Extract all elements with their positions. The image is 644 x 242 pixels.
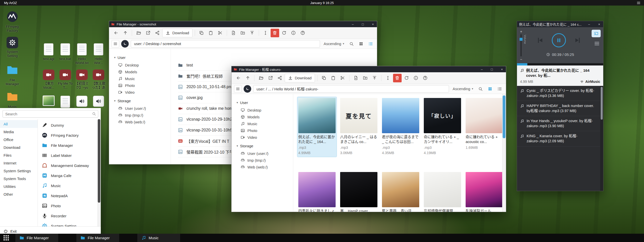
- aroz-brand[interactable]: My ArOZ: [0, 1, 21, 5]
- playlist-item[interactable]: HAPPY BIRTHDAY _ back number cover. by柘榴…: [517, 101, 603, 116]
- sidebar-item[interactable]: Photo: [237, 127, 293, 134]
- playlist-item[interactable]: KING _ Kanaria cover. by 柘榴-zakuro-.mp3 …: [517, 131, 603, 146]
- sidebar-toggle-button[interactable]: [112, 40, 119, 48]
- start-menu-app[interactable]: Manga Cafe: [38, 170, 97, 181]
- rename[interactable]: [261, 29, 270, 37]
- sidebar-item[interactable]: Music: [114, 75, 171, 82]
- breadcrumb[interactable]: user: / Desktop / screenshot: [131, 40, 320, 48]
- trash[interactable]: [393, 74, 402, 82]
- window-titlebar[interactable]: File Manager - 柘榴-zakuro- – □ ×: [232, 66, 506, 72]
- grid-item[interactable]: 例えば、今此処に置かれた花に _ 164... .mp3 4.99MB: [297, 97, 337, 157]
- maximize-button[interactable]: □: [359, 21, 367, 27]
- desktop-file-icon[interactable]: test.bat: [57, 43, 74, 70]
- sidebar-item[interactable]: Video: [114, 89, 171, 96]
- sidebar-item[interactable]: Models: [237, 114, 293, 120]
- start-menu-category[interactable]: Media: [0, 128, 38, 136]
- desktop-file-icon[interactable]: Hello Wor...: [90, 43, 107, 70]
- start-menu-category[interactable]: Files: [0, 151, 38, 159]
- sort-dropdown[interactable]: Ascending▾: [324, 42, 344, 46]
- list-view-button[interactable]: [367, 40, 374, 48]
- scrollbar-thumb[interactable]: [98, 119, 100, 203]
- desktop-app-icon[interactable]: System Setting: [3, 37, 21, 63]
- export[interactable]: [144, 29, 152, 37]
- grid-item[interactable]: 命に嫌われている + acoustic co... 1.69MB: [465, 97, 504, 157]
- start-menu-category[interactable]: System Settings: [0, 167, 38, 175]
- back[interactable]: [234, 74, 243, 82]
- desktop-file-icon[interactable]: 【数え歌った】あめの...: [90, 70, 107, 96]
- start-menu-category[interactable]: Other: [0, 190, 38, 198]
- search-button[interactable]: [348, 40, 355, 48]
- menu-icon[interactable]: [633, 1, 644, 5]
- openfolder[interactable]: [134, 29, 143, 37]
- minimize-button[interactable]: –: [585, 21, 593, 27]
- volume-thumb[interactable]: [520, 38, 523, 41]
- start-menu-app[interactable]: FFmpeg Factory: [38, 130, 97, 140]
- desktop-file-icon[interactable]: 【東方Vocal...: [40, 70, 57, 96]
- openfolder[interactable]: [257, 74, 265, 82]
- minimize-button[interactable]: –: [478, 66, 486, 72]
- sidebar-item[interactable]: tmp (tmp:/): [114, 112, 171, 119]
- start-menu-category[interactable]: Download: [0, 144, 38, 151]
- sidebar-section-user[interactable]: User: [114, 55, 171, 60]
- export[interactable]: [266, 74, 275, 82]
- paste[interactable]: [207, 29, 215, 37]
- sidebar-section-storage[interactable]: Storage: [114, 99, 171, 103]
- grid-item[interactable]: 夏を見て 八月のレイニー _ はるまきごはん co... .mp3 3.06MB: [339, 97, 378, 157]
- search-input[interactable]: [3, 110, 98, 118]
- player-menu-button[interactable]: [594, 41, 600, 46]
- cut[interactable]: [338, 74, 347, 82]
- maximize-button[interactable]: □: [488, 66, 496, 72]
- close-button[interactable]: ×: [595, 21, 603, 27]
- next-track-button[interactable]: [574, 37, 582, 44]
- sidebar-item[interactable]: Models: [114, 68, 171, 75]
- dark-mode-toggle[interactable]: [121, 40, 129, 48]
- start-menu-category[interactable]: Utilities: [0, 183, 38, 190]
- breadcrumb[interactable]: user: / ... / Hello World / 柘榴-zakuro-: [253, 85, 449, 93]
- grid-item[interactable]: 「寂しい」 命に嫌われている + _ カンザキイオリ... .mp3 4.19M…: [423, 97, 462, 157]
- info[interactable]: [289, 29, 298, 37]
- start-button[interactable]: [4, 235, 9, 240]
- grid-item[interactable]: 四季折々に揺きましょう: [297, 171, 337, 212]
- sidebar-item[interactable]: Photo: [114, 82, 171, 89]
- seek-bar[interactable]: [517, 63, 603, 65]
- upload[interactable]: [370, 74, 379, 82]
- scrollbar-thumb[interactable]: [601, 87, 603, 120]
- grid-item[interactable]: 乱躁滅裂ガール _ Avase: [465, 171, 504, 212]
- close-button[interactable]: ×: [369, 21, 377, 27]
- sidebar-item[interactable]: tmp (tmp:/): [237, 157, 293, 164]
- desktop-app-icon[interactable]: FFmpeg Factory: [3, 10, 21, 37]
- start-menu-app[interactable]: Recorder: [38, 211, 97, 221]
- grid-view-button[interactable]: [357, 40, 365, 48]
- sidebar-section-user[interactable]: User: [237, 100, 293, 105]
- up[interactable]: [243, 74, 252, 82]
- grid-item[interactable]: 忘却感傷代償連盟: [423, 171, 462, 212]
- sort-dropdown[interactable]: Ascending▾: [453, 87, 473, 91]
- now-playing-panel[interactable]: 例えば、今此処に置かれた花に _ 164 cover. by 柘... 4.99…: [517, 65, 603, 86]
- newfolder[interactable]: [361, 74, 370, 82]
- window-titlebar[interactable]: File Manager - screenshot – □ ×: [109, 21, 377, 27]
- sidebar-toggle-button[interactable]: [234, 85, 242, 93]
- taskbar-button[interactable]: Music: [137, 234, 180, 242]
- pause-button[interactable]: [552, 33, 566, 47]
- start-menu-app[interactable]: Dummy: [38, 120, 97, 130]
- grid-view-button[interactable]: [486, 85, 494, 93]
- previous-track-button[interactable]: [536, 37, 544, 44]
- taskbar-button[interactable]: File Manager: [76, 234, 119, 242]
- playlist-item[interactable]: In Your Hands _ yusukeP cover. by 柘榴-zak…: [517, 116, 603, 131]
- copy[interactable]: [197, 29, 206, 37]
- upload[interactable]: [248, 29, 256, 37]
- playlist-scrollbar[interactable]: [600, 86, 603, 191]
- desktop-file-icon[interactable]: Fly Me To T...: [57, 70, 74, 96]
- start-menu-app[interactable]: Label Maker: [38, 150, 97, 160]
- info[interactable]: [412, 74, 420, 82]
- start-menu-category[interactable]: System Tools: [0, 175, 38, 183]
- up[interactable]: [121, 29, 130, 37]
- sidebar-section-storage[interactable]: Storage: [237, 144, 293, 148]
- refresh[interactable]: [402, 74, 411, 82]
- sidebar-item[interactable]: User (user:/): [237, 150, 293, 157]
- close-button[interactable]: ×: [498, 66, 506, 72]
- volume-plus[interactable]: +: [520, 29, 522, 33]
- newfile[interactable]: [352, 74, 360, 82]
- desktop-app-icon[interactable]: File Manager: [3, 63, 21, 90]
- grid-item[interactable]: 裏 _ HamP cover: [339, 171, 378, 212]
